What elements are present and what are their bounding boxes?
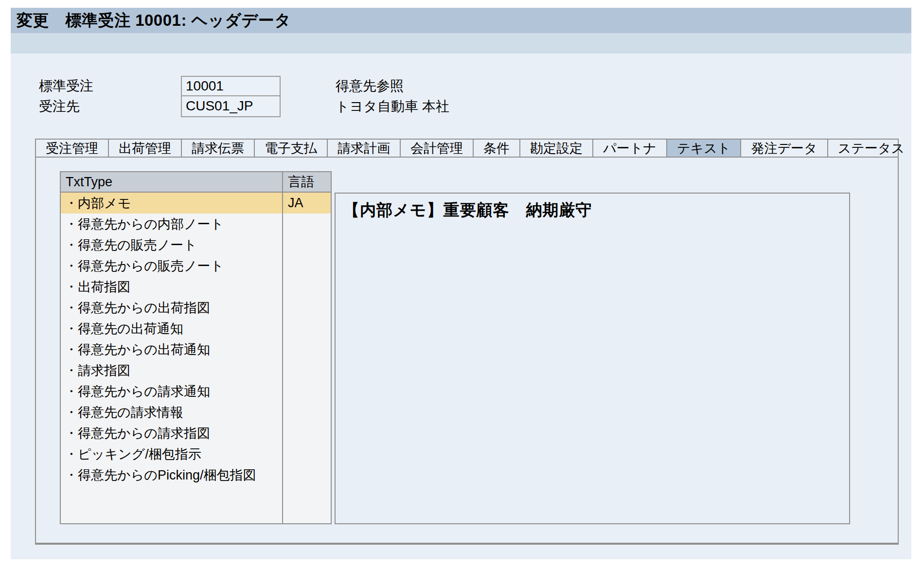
row-bullet: ・ (65, 236, 78, 254)
column-header-txttype: TxtType (61, 172, 282, 192)
row-label: 得意先の請求情報 (78, 404, 183, 421)
text-type-table-body: ・内部メモ JA ・得意先からの内部ノート ・得意先の販売ノート ・得意先からの… (60, 193, 332, 524)
tab-4[interactable]: 請求計画 (328, 140, 401, 157)
tab-2[interactable]: 請求伝票 (182, 140, 255, 157)
order-number-row: 標準受注 得意先参照 (11, 76, 911, 96)
tab-0[interactable]: 受注管理 (36, 140, 109, 157)
row-bullet: ・ (65, 215, 78, 233)
row-bullet: ・ (65, 320, 78, 338)
text-editor-pane[interactable]: 【内部メモ】重要顧客 納期厳守 (335, 193, 850, 524)
window-title-bar: 変更 標準受注 10001: ヘッダデータ (11, 8, 911, 33)
column-header-language: 言語 (282, 172, 331, 192)
text-type-row[interactable]: ・得意先からの出荷通知 (61, 339, 331, 360)
text-editor-content[interactable]: 【内部メモ】重要顧客 納期厳守 (336, 194, 849, 227)
row-bullet: ・ (65, 425, 78, 442)
tab-8[interactable]: パートナ (593, 140, 667, 157)
row-label: 得意先からの販売ノート (78, 257, 224, 275)
row-label: 得意先からの出荷通知 (78, 341, 210, 358)
text-type-row[interactable]: ・得意先の請求情報 (61, 402, 331, 423)
row-label: 得意先の販売ノート (78, 236, 197, 254)
tab-label: パートナ (603, 140, 657, 157)
text-type-row[interactable]: ・ピッキング/梱包指示 (61, 444, 331, 464)
row-bullet: ・ (65, 278, 78, 296)
text-type-row[interactable]: ・得意先からのPicking/梱包指図 (61, 464, 331, 485)
row-bullet: ・ (65, 257, 78, 275)
tab-label: 条件 (483, 140, 510, 157)
text-type-row[interactable]: ・内部メモ JA (61, 193, 331, 213)
row-bullet: ・ (65, 362, 78, 379)
sold-to-input[interactable] (181, 96, 281, 117)
text-type-row[interactable]: ・得意先からの請求指図 (61, 423, 331, 444)
tab-1[interactable]: 出荷管理 (109, 140, 182, 157)
tab-label: ステータス (838, 140, 905, 157)
row-label: 得意先からの出荷指図 (78, 299, 210, 317)
sold-to-label: 受注先 (39, 97, 80, 116)
row-label: ピッキング/梱包指示 (78, 445, 201, 463)
text-type-row[interactable]: ・得意先からの販売ノート (61, 255, 331, 276)
text-type-row[interactable]: ・得意先の出荷通知 (61, 318, 331, 339)
tab-label: 出荷管理 (119, 140, 171, 157)
text-type-row[interactable]: ・得意先からの請求通知 (61, 381, 331, 402)
header-data-groupbox: 受注管理出荷管理請求伝票電子支払請求計画会計管理条件勘定設定パートナテキスト発注… (35, 139, 899, 545)
sold-to-row: 受注先 トヨタ自動車 本社 (11, 96, 911, 117)
row-bullet: ・ (65, 466, 78, 484)
tab-label: 会計管理 (410, 140, 463, 157)
row-bullet: ・ (65, 195, 78, 212)
row-bullet: ・ (65, 404, 78, 421)
text-type-table: TxtType 言語 ・内部メモ JA ・得意先からの内部ノート ・得意先の販売… (60, 171, 332, 524)
tab-10[interactable]: 発注データ (741, 140, 828, 157)
tab-7[interactable]: 勘定設定 (520, 140, 593, 157)
row-bullet: ・ (65, 341, 78, 358)
page-title: 変更 標準受注 10001: ヘッダデータ (17, 10, 291, 32)
order-type-label: 標準受注 (39, 77, 93, 95)
customer-reference-label: 得意先参照 (336, 77, 404, 95)
row-bullet: ・ (65, 445, 78, 463)
row-bullet: ・ (65, 383, 78, 400)
tab-strip: 受注管理出荷管理請求伝票電子支払請求計画会計管理条件勘定設定パートナテキスト発注… (36, 140, 898, 158)
text-type-row[interactable]: ・得意先の販売ノート (61, 234, 331, 255)
row-label: 内部メモ (78, 195, 131, 212)
text-type-row[interactable]: ・得意先からの内部ノート (61, 213, 331, 234)
tab-label: 請求伝票 (192, 140, 244, 157)
row-label: 得意先の出荷通知 (78, 320, 183, 338)
tab-11[interactable]: ステータス (828, 140, 911, 157)
tab-label: 発注データ (751, 140, 817, 157)
row-language: JA (282, 196, 331, 211)
row-label: 得意先からの内部ノート (78, 215, 224, 233)
text-type-row[interactable]: ・得意先からの出荷指図 (61, 297, 331, 318)
text-type-row[interactable]: ・請求指図 (61, 360, 331, 381)
text-type-row[interactable]: ・出荷指図 (61, 276, 331, 297)
tab-label: 請求計画 (338, 140, 390, 157)
tab-label: 勘定設定 (530, 140, 583, 157)
row-bullet: ・ (65, 299, 78, 317)
tab-label: 電子支払 (265, 140, 317, 157)
row-label: 得意先からのPicking/梱包指図 (78, 466, 256, 484)
order-number-input[interactable] (181, 76, 281, 96)
tab-3[interactable]: 電子支払 (255, 140, 328, 157)
text-type-table-header: TxtType 言語 (60, 171, 332, 193)
tab-5[interactable]: 会計管理 (401, 140, 474, 157)
tab-label: 受注管理 (46, 140, 98, 157)
application-window: 変更 標準受注 10001: ヘッダデータ 標準受注 得意先参照 受注先 トヨタ… (11, 8, 911, 559)
row-label: 出荷指図 (78, 278, 130, 296)
row-label: 得意先からの請求指図 (78, 425, 210, 442)
tab-label: テキスト (677, 140, 731, 157)
toolbar-strip (11, 33, 911, 53)
row-label: 得意先からの請求通知 (78, 383, 210, 400)
row-label: 請求指図 (78, 362, 130, 379)
tab-9[interactable]: テキスト (667, 140, 742, 157)
customer-reference-value: トヨタ自動車 本社 (336, 97, 449, 116)
tab-6[interactable]: 条件 (474, 140, 520, 157)
